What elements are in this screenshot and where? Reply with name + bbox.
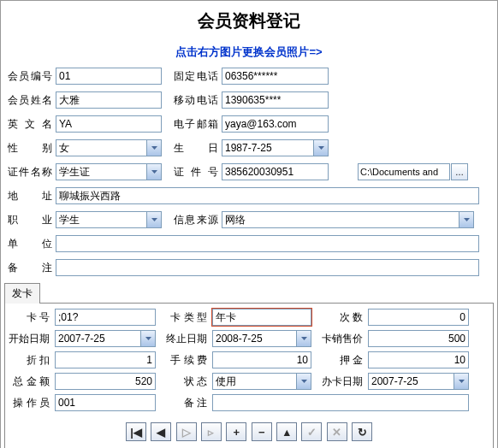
card-type-input[interactable] — [212, 309, 311, 326]
label-sale-price: 卡销售价 — [322, 332, 368, 346]
member-no-input[interactable] — [56, 68, 162, 85]
info-source-select[interactable]: 网络 — [222, 211, 474, 228]
id-type-value: 学生证 — [56, 165, 146, 180]
fee-input[interactable] — [212, 351, 311, 368]
nav-last-button[interactable]: ▹ — [201, 422, 222, 441]
birthday-value: 1987-7-25 — [222, 142, 313, 154]
mobile-phone-input[interactable] — [222, 91, 329, 109]
label-status: 状 态 — [166, 374, 212, 389]
occupation-select[interactable]: 学生 — [56, 211, 162, 228]
nav-refresh-button[interactable]: ↻ — [352, 422, 372, 441]
end-date-select[interactable]: 2008-7-25 — [212, 330, 311, 347]
status-select[interactable]: 使用 — [212, 373, 311, 390]
label-end-date: 终止日期 — [166, 332, 212, 346]
sale-price-input[interactable] — [368, 330, 469, 347]
label-info-source: 信息来源 — [170, 213, 222, 227]
operator-input[interactable] — [55, 394, 156, 411]
birthday-select[interactable]: 1987-7-25 — [222, 139, 329, 156]
record-navigator: |◀ ◀ ▷ ▹ + − ▴ ✓ ✕ ↻ — [9, 416, 489, 445]
label-member-name: 会员姓名 — [4, 93, 56, 108]
card-no-input[interactable] — [55, 309, 156, 326]
label-start-date: 开始日期 — [9, 332, 55, 346]
label-card-no: 卡 号 — [9, 310, 55, 325]
company-input[interactable] — [56, 235, 479, 252]
label-mobile-phone: 移动电话 — [170, 93, 222, 108]
gender-select[interactable]: 女 — [56, 139, 162, 156]
label-fixed-phone: 固定电话 — [170, 69, 222, 84]
nav-prev-button[interactable]: ◀ — [151, 422, 171, 441]
label-deposit: 押 金 — [322, 353, 368, 368]
gender-value: 女 — [56, 141, 146, 156]
email-input[interactable] — [222, 115, 329, 133]
chevron-down-icon — [146, 140, 161, 156]
times-input[interactable] — [368, 309, 469, 326]
page-title: 会员资料登记 — [4, 4, 494, 41]
photo-hint[interactable]: 点击右方图片更换会员照片=> — [4, 41, 494, 67]
discount-input[interactable] — [55, 351, 156, 368]
card-remark-input[interactable] — [212, 394, 469, 411]
chevron-down-icon — [296, 374, 311, 389]
label-occupation: 职 业 — [4, 213, 56, 227]
issue-date-select[interactable]: 2007-7-25 — [368, 373, 469, 390]
address-input[interactable] — [56, 187, 479, 204]
tab-card-body: 卡 号 卡 类 型 次 数 开始日期 2007-7-25 终止日期 2008-7… — [4, 303, 494, 448]
label-company: 单 位 — [4, 237, 56, 251]
label-issue-date: 办卡日期 — [322, 374, 368, 389]
chevron-down-icon — [454, 374, 468, 389]
info-source-value: 网络 — [222, 213, 459, 227]
deposit-input[interactable] — [368, 351, 469, 368]
nav-save-button[interactable]: ✓ — [301, 422, 322, 441]
label-id-no: 证 件 号 — [170, 165, 222, 180]
tab-card[interactable]: 发卡 — [4, 283, 40, 304]
chevron-down-icon — [296, 331, 311, 346]
photo-browse-button[interactable]: … — [451, 163, 468, 180]
id-no-input[interactable] — [222, 163, 329, 180]
chevron-down-icon — [146, 212, 161, 227]
label-member-no: 会员编号 — [4, 69, 56, 84]
label-email: 电子邮箱 — [170, 117, 222, 132]
label-card-type: 卡 类 型 — [166, 310, 212, 325]
label-id-type: 证件名称 — [4, 165, 56, 180]
form-container: 会员资料登记 点击右方图片更换会员照片=> 会员编号 固定电话 会员姓名 移动电… — [0, 0, 498, 448]
chevron-down-icon — [146, 164, 161, 180]
label-times: 次 数 — [322, 310, 368, 325]
nav-next-button[interactable]: ▷ — [176, 422, 197, 441]
label-birthday: 生 日 — [170, 141, 222, 156]
label-english-name: 英 文 名 — [4, 117, 56, 132]
label-discount: 折 扣 — [9, 353, 55, 368]
nav-cancel-button[interactable]: ✕ — [327, 422, 347, 441]
member-name-input[interactable] — [56, 91, 162, 109]
label-gender: 性 别 — [4, 141, 56, 156]
label-remark: 备 注 — [4, 261, 56, 275]
chevron-down-icon — [140, 331, 155, 346]
remark-input[interactable] — [56, 259, 479, 276]
id-type-select[interactable]: 学生证 — [56, 163, 162, 180]
chevron-down-icon — [459, 212, 473, 227]
label-card-remark: 备 注 — [166, 396, 212, 410]
nav-edit-button[interactable]: ▴ — [276, 422, 297, 441]
label-fee: 手 续 费 — [166, 353, 212, 368]
label-address: 地 址 — [4, 189, 56, 203]
label-total: 总 金 额 — [9, 374, 55, 389]
occupation-value: 学生 — [56, 213, 146, 227]
english-name-input[interactable] — [56, 115, 162, 133]
nav-add-button[interactable]: + — [226, 422, 246, 441]
nav-delete-button[interactable]: − — [252, 422, 272, 441]
start-date-select[interactable]: 2007-7-25 — [55, 330, 156, 347]
total-input[interactable] — [55, 373, 156, 390]
chevron-down-icon — [313, 140, 328, 156]
label-operator: 操 作 员 — [9, 396, 55, 410]
photo-path-box: C:\Documents and — [358, 163, 450, 180]
nav-first-button[interactable]: |◀ — [126, 422, 146, 441]
fixed-phone-input[interactable] — [222, 68, 329, 85]
